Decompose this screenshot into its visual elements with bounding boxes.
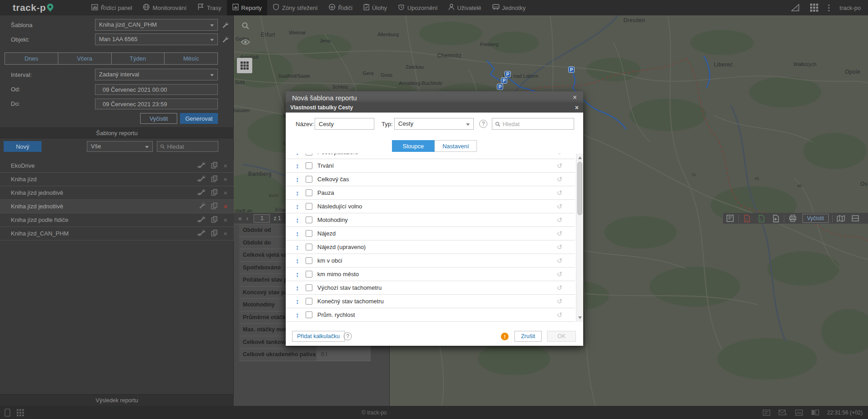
column-checkbox[interactable] <box>306 244 312 250</box>
map-zoom-search-button[interactable] <box>240 20 251 32</box>
column-checkbox[interactable] <box>306 257 312 264</box>
wrench-eye-icon[interactable] <box>197 161 205 170</box>
move-vertical-icon[interactable]: ↕ <box>296 257 303 264</box>
column-checkbox[interactable] <box>306 311 312 318</box>
delete-icon[interactable]: × <box>223 203 227 210</box>
export-pdf-button[interactable]: A <box>740 213 754 224</box>
image-icon[interactable] <box>795 410 803 416</box>
scroll-up-icon[interactable] <box>578 156 582 159</box>
outer-dialog-header[interactable]: Nová šablona reportu × <box>286 91 583 104</box>
template-filter-select[interactable]: Vše <box>87 141 153 152</box>
prev-page-button[interactable]: ‹ <box>246 215 249 222</box>
parking-marker[interactable]: P <box>497 84 503 90</box>
page-number-input[interactable]: 1 <box>254 214 270 223</box>
quick-button-měsíc[interactable]: Měsíc <box>165 53 217 64</box>
nav-item-upozorn-n-[interactable]: Upozornění <box>392 0 443 15</box>
parking-marker[interactable]: P <box>501 77 507 84</box>
move-vertical-icon[interactable]: ↕ <box>296 230 303 237</box>
help-icon[interactable]: ? <box>479 120 487 128</box>
quick-button-dnes[interactable]: Dnes <box>5 53 58 64</box>
column-checkbox[interactable] <box>306 189 312 196</box>
new-template-button[interactable]: Nový <box>4 141 42 152</box>
template-row[interactable]: EkoDrive× <box>0 159 234 173</box>
nav-item-monitorov-n-[interactable]: Monitorování <box>137 0 192 15</box>
move-vertical-icon[interactable]: ↕ <box>296 311 303 319</box>
apps-grid-icon[interactable] <box>17 409 24 416</box>
scrollbar-thumb[interactable] <box>577 162 582 215</box>
first-page-button[interactable]: « <box>238 215 242 222</box>
list-scrollbar[interactable] <box>576 154 583 322</box>
ok-button[interactable]: OK <box>547 331 576 342</box>
column-checkbox[interactable] <box>306 176 312 183</box>
move-vertical-icon[interactable]: ↕ <box>296 162 303 169</box>
undo-icon[interactable]: ↺ <box>557 175 562 184</box>
print-button[interactable] <box>785 213 800 224</box>
column-checkbox[interactable] <box>306 203 312 210</box>
result-clear-button[interactable]: Vyčistit <box>802 214 829 223</box>
cancel-button[interactable]: Zrušit <box>514 331 542 342</box>
move-vertical-icon[interactable]: ↕ <box>296 216 303 224</box>
inner-dialog-header[interactable]: Vlastnosti tabulky Cesty × <box>286 103 583 113</box>
from-date-input[interactable] <box>95 84 218 95</box>
copy-icon[interactable] <box>211 189 217 197</box>
delete-icon[interactable]: × <box>223 230 227 237</box>
column-checkbox[interactable] <box>306 230 312 237</box>
undo-icon[interactable]: ↺ <box>557 243 562 251</box>
delete-icon[interactable]: × <box>223 176 227 183</box>
split-view-button[interactable] <box>848 213 863 224</box>
column-checkbox[interactable] <box>306 271 312 278</box>
template-row[interactable]: Kniha jízd jednotlivě× <box>0 186 234 200</box>
object-select[interactable]: Man 1AA 6565 <box>95 33 218 45</box>
undo-icon[interactable]: ↺ <box>557 297 562 306</box>
mobile-device-icon[interactable] <box>5 409 10 417</box>
copy-icon[interactable] <box>211 162 217 170</box>
object-settings-button[interactable] <box>222 36 229 44</box>
mail-icon[interactable] <box>778 410 787 416</box>
nav-item--lohy[interactable]: Úlohy <box>358 0 392 15</box>
export-excel-button[interactable]: x <box>754 213 769 224</box>
copy-icon[interactable] <box>211 230 217 238</box>
nav-item-z-ny-st-e-en-[interactable]: Zóny střežení <box>267 0 323 15</box>
move-vertical-icon[interactable]: ↕ <box>296 243 303 251</box>
undo-icon[interactable]: ↺ <box>557 202 562 211</box>
column-search-input[interactable] <box>503 121 571 127</box>
undo-icon[interactable]: ↺ <box>557 230 562 238</box>
move-vertical-icon[interactable]: ↕ <box>296 270 303 278</box>
measure-ruler-icon[interactable] <box>791 4 800 12</box>
nav-item--d-c-panel[interactable]: Řídící panel <box>86 0 137 15</box>
interval-select[interactable]: Zadaný interval <box>95 69 218 80</box>
copy-icon[interactable] <box>211 202 217 211</box>
delete-icon[interactable]: × <box>223 217 227 223</box>
wrench-eye-icon[interactable] <box>197 229 205 238</box>
undo-icon[interactable]: ↺ <box>557 216 562 224</box>
app-logo[interactable]: track-p <box>13 2 71 13</box>
undo-icon[interactable]: ↺ <box>557 189 562 197</box>
nav-item-trasy[interactable]: Trasy <box>192 0 227 15</box>
close-icon[interactable]: × <box>575 104 579 111</box>
column-checkbox[interactable] <box>306 154 312 155</box>
map-layers-button[interactable] <box>237 58 252 73</box>
layout-icon[interactable] <box>811 410 819 415</box>
undo-icon[interactable]: ↺ <box>557 257 562 265</box>
undo-icon[interactable]: ↺ <box>557 284 562 292</box>
move-vertical-icon[interactable]: ↕ <box>296 284 303 292</box>
template-search-input[interactable] <box>167 143 215 150</box>
wrench-eye-icon[interactable] <box>197 216 205 224</box>
move-vertical-icon[interactable]: ↕ <box>296 154 303 156</box>
parking-marker[interactable]: P <box>505 71 511 77</box>
nav-item-u-ivatel-[interactable]: Uživatelé <box>443 0 486 15</box>
account-label[interactable]: track-po <box>840 5 861 11</box>
to-date-input[interactable] <box>95 99 218 109</box>
copy-icon[interactable] <box>211 216 217 224</box>
template-row[interactable]: Kniha jízd podle řidiče× <box>0 213 234 227</box>
table-name-input[interactable] <box>315 118 374 130</box>
column-checkbox[interactable] <box>306 284 312 291</box>
move-vertical-icon[interactable]: ↕ <box>296 202 303 210</box>
wrench-icon[interactable] <box>198 202 205 211</box>
show-on-map-button[interactable] <box>834 213 848 224</box>
notes-icon[interactable] <box>763 410 770 416</box>
delete-icon[interactable]: × <box>223 162 227 169</box>
add-calculator-button[interactable]: Přidat kalkulačku <box>292 331 345 342</box>
column-checkbox[interactable] <box>306 162 312 169</box>
wrench-eye-icon[interactable] <box>197 188 205 197</box>
